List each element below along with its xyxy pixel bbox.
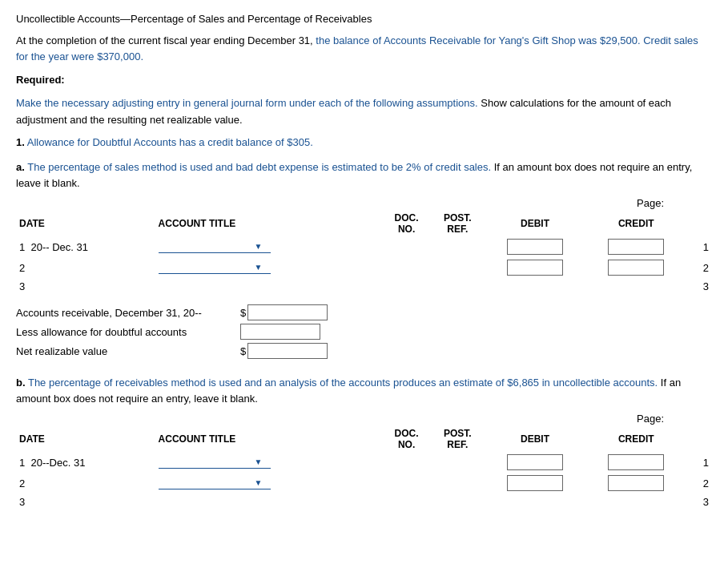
part-b-instruction: b. The percentage of receivables method … <box>16 375 712 406</box>
header-docno-b: DOC.NO. <box>383 426 431 452</box>
title-cell-a1: ▼ <box>155 236 383 257</box>
table-row: 1 20--Dec. 31 ▼ 1 <box>16 452 712 473</box>
nrv-label: Net realizable value <box>16 345 240 357</box>
header-postref-b: POST.REF. <box>431 426 485 452</box>
title-input-b2[interactable] <box>159 477 255 489</box>
nrv-row: Net realizable value $ <box>16 343 712 359</box>
journal-table-b: DATE ACCOUNT TITLE DOC.NO. POST.REF. DEB… <box>16 426 712 510</box>
rownum-b2: 2 <box>686 473 712 494</box>
docno-cell-b2 <box>383 473 431 494</box>
part-a-instruction: a. The percentage of sales method is use… <box>16 159 712 191</box>
table-row: 2 ▼ 2 <box>16 473 712 494</box>
title-cell-a3 <box>155 278 383 295</box>
postref-cell-a2 <box>431 257 485 278</box>
credit-input-a2[interactable] <box>608 260 664 276</box>
postref-cell-b2 <box>431 473 485 494</box>
credit-input-b2[interactable] <box>608 475 664 491</box>
header-debit-a: DEBIT <box>485 211 585 236</box>
docno-cell-a2 <box>383 257 431 278</box>
debit-cell-b3 <box>485 494 585 510</box>
title-input-b1[interactable] <box>159 456 255 468</box>
header-docno-a: DOC.NO. <box>383 211 431 236</box>
title-input-a1[interactable] <box>159 240 255 252</box>
page-label-b: Page: <box>16 413 664 425</box>
dropdown-arrow-b2[interactable]: ▼ <box>255 478 263 487</box>
date-cell-a3: 3 <box>16 278 155 295</box>
table-row: 3 3 <box>16 494 712 510</box>
title-cell-b2: ▼ <box>155 473 383 494</box>
docno-cell-b1 <box>383 452 431 473</box>
rownum-a2: 2 <box>686 257 712 278</box>
credit-input-a1[interactable] <box>608 239 664 255</box>
intro-text: At the completion of the current fiscal … <box>16 33 712 64</box>
ar-row: Accounts receivable, December 31, 20-- $ <box>16 304 712 320</box>
instructions-text: Make the necessary adjusting entry in ge… <box>16 95 712 129</box>
allowance-row: Less allowance for doubtful accounts <box>16 324 712 340</box>
title-cell-b3 <box>155 494 383 510</box>
debit-input-b2[interactable] <box>507 475 563 491</box>
ar-input[interactable] <box>247 304 328 320</box>
docno-cell-a3 <box>383 278 431 295</box>
allowance-label: Less allowance for doubtful accounts <box>16 326 240 338</box>
journal-table-a: DATE ACCOUNT TITLE DOC.NO. POST.REF. DEB… <box>16 211 712 295</box>
postref-cell-b3 <box>431 494 485 510</box>
page-label-a: Page: <box>16 197 664 209</box>
header-date-a: DATE <box>16 211 155 236</box>
header-date-b: DATE <box>16 426 155 452</box>
docno-cell-b3 <box>383 494 431 510</box>
title-cell-a2: ▼ <box>155 257 383 278</box>
credit-cell-b3 <box>585 494 686 510</box>
rownum-a1: 1 <box>686 236 712 257</box>
credit-cell-a2 <box>585 257 686 278</box>
rownum-a3: 3 <box>686 278 712 295</box>
debit-input-a1[interactable] <box>507 239 563 255</box>
required-label: Required: <box>16 72 712 89</box>
header-debit-b: DEBIT <box>485 426 585 452</box>
debit-cell-a3 <box>485 278 585 295</box>
ar-dollar: $ <box>240 307 246 319</box>
date-cell-b1: 1 20--Dec. 31 <box>16 452 155 473</box>
header-title-a: ACCOUNT TITLE <box>155 211 383 236</box>
table-row: 3 3 <box>16 278 712 295</box>
nrv-section: Accounts receivable, December 31, 20-- $… <box>16 304 712 359</box>
assumption1-text: 1. Allowance for Doubtful Accounts has a… <box>16 135 712 151</box>
table-row: 2 ▼ 2 <box>16 257 712 278</box>
credit-input-b1[interactable] <box>608 454 664 470</box>
nrv-dollar: $ <box>240 345 246 357</box>
date-cell-a2: 2 <box>16 257 155 278</box>
allowance-input[interactable] <box>240 324 320 340</box>
header-credit-b: CREDIT <box>585 426 686 452</box>
date-cell-b2: 2 <box>16 473 155 494</box>
table-row: 1 20-- Dec. 31 ▼ 1 <box>16 236 712 257</box>
title-input-a2[interactable] <box>159 261 255 273</box>
debit-cell-b1 <box>485 452 585 473</box>
rownum-b1: 1 <box>686 452 712 473</box>
title-cell-b1: ▼ <box>155 452 383 473</box>
credit-cell-b2 <box>585 473 686 494</box>
header-num-b <box>686 426 712 452</box>
dropdown-arrow-b1[interactable]: ▼ <box>255 457 263 466</box>
debit-cell-a1 <box>485 236 585 257</box>
postref-cell-a1 <box>431 236 485 257</box>
debit-input-b1[interactable] <box>507 454 563 470</box>
debit-cell-a2 <box>485 257 585 278</box>
nrv-input[interactable] <box>247 343 328 359</box>
header-postref-a: POST.REF. <box>431 211 485 236</box>
date-cell-a1: 1 20-- Dec. 31 <box>16 236 155 257</box>
dropdown-arrow-a2[interactable]: ▼ <box>255 263 263 272</box>
page-title: Uncollectible Accounts—Percentage of Sal… <box>16 13 712 25</box>
postref-cell-a3 <box>431 278 485 295</box>
dropdown-arrow-a1[interactable]: ▼ <box>255 242 263 251</box>
date-cell-b3: 3 <box>16 494 155 510</box>
credit-cell-a1 <box>585 236 686 257</box>
postref-cell-b1 <box>431 452 485 473</box>
credit-cell-b1 <box>585 452 686 473</box>
docno-cell-a1 <box>383 236 431 257</box>
debit-cell-b2 <box>485 473 585 494</box>
debit-input-a2[interactable] <box>507 260 563 276</box>
ar-label: Accounts receivable, December 31, 20-- <box>16 307 240 319</box>
rownum-b3: 3 <box>686 494 712 510</box>
header-num-a <box>686 211 712 236</box>
header-title-b: ACCOUNT TITLE <box>155 426 383 452</box>
header-credit-a: CREDIT <box>585 211 686 236</box>
